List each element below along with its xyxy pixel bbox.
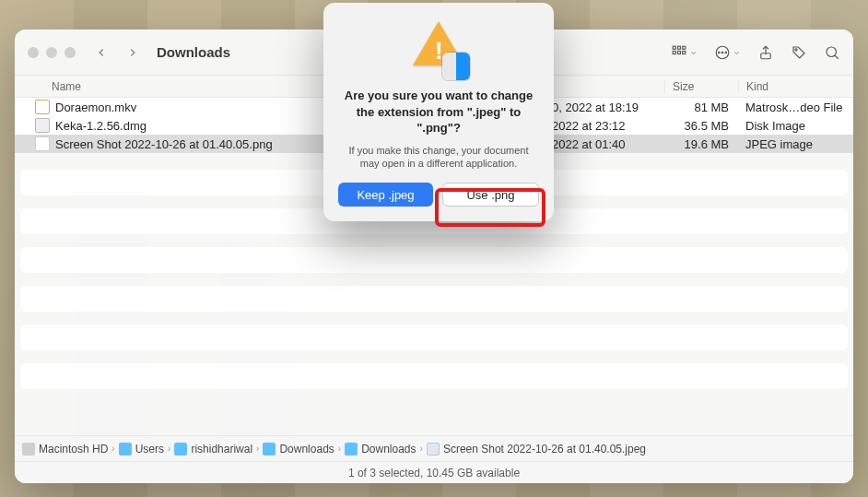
dialog-title: Are you sure you want to change the exte… — [338, 88, 539, 136]
svg-point-9 — [725, 52, 727, 53]
extension-change-dialog: ! Are you sure you want to change the ex… — [323, 3, 554, 221]
svg-point-11 — [795, 48, 797, 50]
svg-rect-5 — [683, 51, 686, 53]
file-icon — [35, 100, 50, 114]
svg-rect-4 — [678, 51, 681, 53]
column-size-header[interactable]: Size — [664, 80, 738, 93]
file-name: Keka-1.2.56.dmg — [55, 119, 147, 133]
svg-point-7 — [721, 52, 723, 53]
breadcrumb-separator: › — [256, 444, 259, 454]
breadcrumb-label: Downloads — [279, 443, 334, 456]
file-icon — [35, 136, 50, 151]
breadcrumb-label: Screen Shot 2022-10-26 at 01.40.05.jpeg — [443, 443, 646, 456]
file-size: 81 MB — [664, 101, 738, 114]
folder-icon — [263, 443, 276, 456]
minimize-window-button[interactable] — [46, 47, 57, 58]
breadcrumb-label: Macintosh HD — [39, 443, 108, 456]
breadcrumb-separator: › — [338, 444, 341, 454]
folder-icon — [22, 443, 35, 456]
keep-jpeg-button[interactable]: Keep .jpeg — [338, 183, 433, 207]
svg-rect-1 — [678, 46, 681, 49]
tags-button[interactable] — [791, 44, 807, 61]
search-button[interactable] — [824, 44, 840, 61]
list-item — [20, 247, 848, 273]
window-title: Downloads — [157, 44, 230, 60]
back-button[interactable] — [90, 41, 112, 64]
breadcrumb-separator: › — [111, 444, 114, 454]
svg-point-12 — [827, 47, 837, 57]
breadcrumb[interactable]: Screen Shot 2022-10-26 at 01.40.05.jpeg — [427, 443, 646, 456]
list-item — [20, 363, 848, 389]
list-item — [20, 286, 848, 312]
file-kind: Matrosk…deo File — [738, 101, 853, 114]
breadcrumb[interactable]: Downloads — [263, 443, 334, 456]
file-name: Doraemon.mkv — [55, 101, 136, 114]
path-bar: Macintosh HD›Users›rishidhariwal›Downloa… — [15, 435, 853, 461]
folder-icon — [345, 443, 358, 456]
file-date: 2022 at 23:12 — [545, 119, 664, 133]
breadcrumb[interactable]: Downloads — [345, 443, 416, 456]
status-bar: 1 of 3 selected, 10.45 GB available — [15, 461, 853, 483]
file-size: 19.6 MB — [664, 137, 738, 151]
list-item — [20, 325, 848, 350]
breadcrumb[interactable]: Users — [119, 443, 164, 456]
file-name: Screen Shot 2022-10-26 at 01.40.05.png — [55, 137, 273, 151]
svg-rect-3 — [673, 51, 675, 53]
column-kind-header[interactable]: Kind — [738, 80, 853, 93]
folder-icon — [119, 443, 132, 456]
breadcrumb-label: Users — [135, 443, 164, 456]
file-kind: JPEG image — [738, 137, 853, 151]
breadcrumb-label: rishidhariwal — [191, 443, 252, 456]
breadcrumb-separator: › — [168, 444, 170, 454]
folder-icon — [427, 443, 440, 456]
file-size: 36.5 MB — [664, 119, 738, 133]
view-options-button[interactable] — [671, 44, 698, 61]
file-kind: Disk Image — [738, 119, 853, 133]
svg-line-13 — [835, 55, 839, 59]
folder-icon — [174, 443, 187, 456]
use-png-button[interactable]: Use .png — [442, 183, 539, 207]
window-controls — [28, 47, 76, 58]
svg-point-8 — [719, 52, 721, 53]
svg-rect-0 — [673, 46, 675, 49]
warning-icon: ! — [409, 19, 468, 78]
file-date: 0, 2022 at 18:19 — [545, 101, 664, 114]
zoom-window-button[interactable] — [65, 47, 76, 58]
dialog-subtitle: If you make this change, your document m… — [338, 144, 539, 171]
share-button[interactable] — [757, 44, 774, 61]
breadcrumb[interactable]: Macintosh HD — [22, 443, 108, 456]
forward-button[interactable] — [122, 41, 144, 64]
finder-icon — [442, 53, 470, 80]
breadcrumb[interactable]: rishidhariwal — [174, 443, 252, 456]
group-options-button[interactable] — [714, 44, 741, 61]
svg-rect-2 — [683, 46, 686, 49]
file-date: 2022 at 01:40 — [545, 137, 664, 151]
file-icon — [35, 118, 50, 133]
breadcrumb-separator: › — [420, 444, 423, 454]
breadcrumb-label: Downloads — [361, 443, 416, 456]
close-window-button[interactable] — [28, 47, 39, 58]
